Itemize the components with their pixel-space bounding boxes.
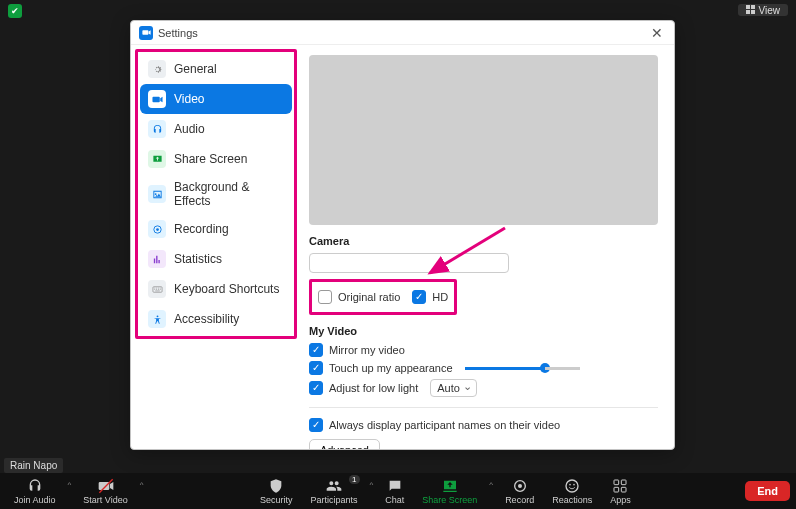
sidebar-item-label: Share Screen [174,152,247,166]
advanced-button[interactable]: Advanced [309,439,380,449]
start-video-button[interactable]: Start Video [75,476,135,507]
close-button[interactable]: ✕ [648,25,666,41]
svg-point-12 [566,480,578,492]
participants-button[interactable]: 1 Participants [303,476,366,507]
sidebar-item-label: Background & Effects [174,180,284,208]
lowlight-checkbox[interactable] [309,381,323,395]
video-icon [148,90,166,108]
original-ratio-label: Original ratio [338,291,400,303]
recording-icon [148,220,166,238]
sidebar-item-label: Keyboard Shortcuts [174,282,279,296]
apps-button[interactable]: Apps [602,476,639,507]
view-button[interactable]: View [738,4,789,16]
sidebar-item-label: Audio [174,122,205,136]
camera-dropdown[interactable] [309,253,509,273]
svg-rect-16 [622,480,627,485]
share-icon [148,150,166,168]
zoom-icon [139,26,153,40]
settings-titlebar: Settings ✕ [131,21,674,45]
share-screen-icon [442,478,458,494]
participants-options-caret[interactable]: ^ [368,480,376,489]
chat-button[interactable]: Chat [377,476,412,507]
sidebar-item-bg[interactable]: Background & Effects [140,174,292,214]
svg-rect-17 [614,487,619,492]
sidebar-item-video[interactable]: Video [140,84,292,114]
sidebar-item-label: General [174,62,217,76]
audio-icon [148,120,166,138]
stats-icon [148,250,166,268]
bg-icon [148,185,166,203]
sidebar-item-label: Video [174,92,204,106]
sidebar-item-stats[interactable]: Statistics [140,244,292,274]
sidebar-item-recording[interactable]: Recording [140,214,292,244]
sidebar-item-general[interactable]: General [140,54,292,84]
security-button[interactable]: Security [252,476,301,507]
lowlight-mode-select[interactable]: Auto [430,379,477,397]
audio-options-caret[interactable]: ^ [66,480,74,489]
video-preview [309,55,658,225]
view-label: View [759,5,781,16]
share-screen-button[interactable]: Share Screen [414,476,485,507]
smile-icon [564,478,580,494]
settings-sidebar: GeneralVideoAudioShare ScreenBackground … [131,45,301,449]
original-ratio-checkbox[interactable] [318,290,332,304]
participants-count: 1 [349,475,359,484]
svg-point-11 [518,484,522,488]
hd-checkbox[interactable] [412,290,426,304]
sidebar-item-access[interactable]: Accessibility [140,304,292,334]
keyboard-icon [148,280,166,298]
video-options-caret[interactable]: ^ [138,480,146,489]
settings-title: Settings [158,27,198,39]
settings-window: Settings ✕ GeneralVideoAudioShare Screen… [130,20,675,450]
annotation-sidebar-highlight: GeneralVideoAudioShare ScreenBackground … [135,49,297,339]
touchup-slider[interactable] [465,367,545,370]
touchup-label: Touch up my appearance [329,362,453,374]
share-options-caret[interactable]: ^ [487,480,495,489]
myvideo-section-label: My Video [309,325,658,337]
svg-rect-0 [746,5,750,9]
svg-point-14 [573,483,575,485]
svg-rect-3 [751,10,755,14]
record-icon [512,478,528,494]
grid-icon [746,5,756,15]
lowlight-label: Adjust for low light [329,382,418,394]
self-name-tag: Rain Napo [4,458,63,473]
record-button[interactable]: Record [497,476,542,507]
sidebar-item-label: Accessibility [174,312,239,326]
divider [309,407,658,408]
sidebar-item-share[interactable]: Share Screen [140,144,292,174]
svg-rect-15 [614,480,619,485]
svg-rect-2 [746,10,750,14]
general-icon [148,60,166,78]
annotation-ratio-highlight: Original ratio HD [309,279,457,315]
display-names-checkbox[interactable] [309,418,323,432]
svg-rect-1 [751,5,755,9]
people-icon [326,478,342,494]
sidebar-item-audio[interactable]: Audio [140,114,292,144]
chat-icon [387,478,403,494]
settings-content: Camera Original ratio HD My Video Mirror… [301,45,674,449]
sidebar-item-keyboard[interactable]: Keyboard Shortcuts [140,274,292,304]
join-audio-button[interactable]: Join Audio [6,476,64,507]
encryption-shield-icon[interactable]: ✔ [8,4,22,18]
mirror-checkbox[interactable] [309,343,323,357]
camera-section-label: Camera [309,235,658,247]
apps-icon [612,478,628,494]
shield-icon [268,478,284,494]
display-names-label: Always display participant names on thei… [329,419,560,431]
svg-rect-18 [622,487,627,492]
svg-point-13 [569,483,571,485]
hd-label: HD [432,291,448,303]
mirror-label: Mirror my video [329,344,405,356]
meeting-toolbar: Join Audio ^ Start Video ^ Security 1 Pa… [0,473,796,509]
svg-point-7 [156,315,158,317]
sidebar-item-label: Statistics [174,252,222,266]
end-button[interactable]: End [745,481,790,501]
access-icon [148,310,166,328]
svg-point-5 [156,228,159,231]
sidebar-item-label: Recording [174,222,229,236]
headphones-icon [27,478,43,494]
reactions-button[interactable]: Reactions [544,476,600,507]
touchup-checkbox[interactable] [309,361,323,375]
video-icon [98,478,114,494]
